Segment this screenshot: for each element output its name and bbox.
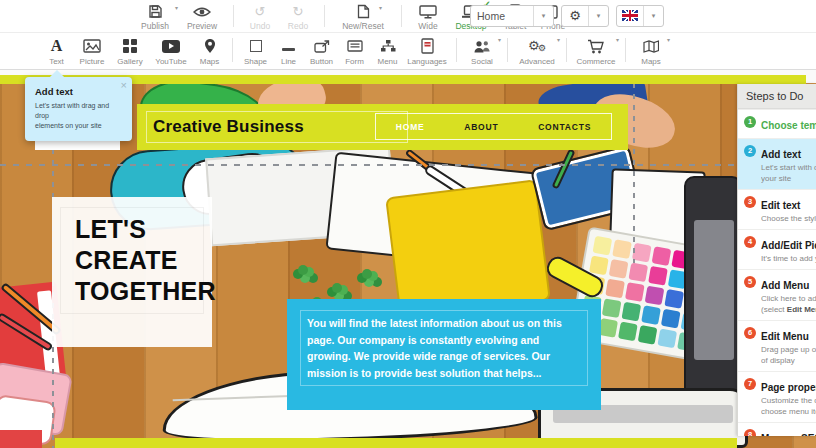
insert-line-button[interactable]: Line [272, 33, 305, 66]
step-number-badge: 3 [744, 196, 756, 208]
palette-swatch [598, 318, 618, 338]
publish-label: Publish [141, 21, 169, 31]
insert-languages-label: Languages [407, 57, 447, 66]
insert-form-label: Form [345, 57, 364, 66]
insert-advanced-label: Advanced [519, 57, 555, 66]
insert-gallery-label: Gallery [117, 57, 142, 66]
language-caret-icon[interactable]: ▾ [643, 6, 663, 26]
nav-home[interactable]: HOME [396, 122, 425, 132]
redo-icon: ↻ [293, 4, 304, 19]
insert-languages-button[interactable]: Languages [404, 33, 450, 66]
form-icon [347, 38, 363, 54]
insert-advanced-button[interactable]: ▾ ⚙⚙ Advanced [514, 33, 560, 66]
undo-icon: ↺ [255, 4, 266, 19]
main-toolbar-right-group: Home ▾ ⚙ ▾ ▾ [470, 5, 664, 27]
map-pin-icon [204, 38, 216, 54]
palette-swatch [652, 246, 672, 266]
step-add-edit-picture[interactable]: 4 Add/Edit Picture It's time to add your… [738, 229, 816, 269]
insert-gallery-button[interactable]: Gallery [111, 33, 149, 66]
step-title: Page properties [761, 382, 816, 393]
settings-caret-icon[interactable]: ▾ [588, 6, 608, 26]
preview-label: Preview [187, 21, 217, 31]
toolbar-divider [401, 5, 402, 27]
palette-swatch [618, 322, 638, 342]
palette-swatch [593, 236, 613, 256]
insert-youtube-button[interactable]: YouTube [149, 33, 193, 66]
line-icon [282, 48, 295, 51]
about-text-widget[interactable]: You will find the latest information abo… [287, 299, 601, 410]
toolbar-divider [233, 5, 234, 27]
language-button[interactable]: ▾ [616, 5, 664, 27]
site-nav-menu[interactable]: HOME ABOUT CONTACTS [375, 113, 612, 140]
step-title: Edit text [761, 200, 800, 211]
palette-swatch [661, 309, 681, 329]
site-header-widget[interactable]: Creative Business HOME ABOUT CONTACTS [137, 104, 628, 150]
insert-youtube-label: YouTube [155, 57, 186, 66]
step-number-badge: 5 [744, 276, 756, 288]
photo-red-item [0, 430, 42, 448]
page-select-caret-icon[interactable]: ▾ [533, 6, 553, 26]
step-add-text[interactable]: 2 Add text Let's start with drag and dro… [738, 138, 816, 189]
step-edit-text[interactable]: 3 Edit text Choose the style for the tex… [738, 189, 816, 229]
site-brand: Creative Business [153, 117, 304, 137]
tooltip-text: Let's start with drag and drop [35, 101, 123, 121]
insert-menu-button[interactable]: Menu [371, 33, 404, 66]
youtube-icon [162, 40, 180, 53]
undo-label: Undo [250, 21, 270, 31]
eye-icon [193, 4, 211, 19]
text-icon: A [51, 38, 63, 54]
insert-maps-button[interactable]: Maps [193, 33, 226, 66]
palette-swatch [609, 259, 629, 279]
step-add-menu[interactable]: 5 Add Menu Click here to add a new page … [738, 269, 816, 320]
step-desc: Click here to add a new page [761, 294, 816, 304]
editor-canvas: Creative Business HOME ABOUT CONTACTS LE… [0, 70, 816, 448]
insert-picture-button[interactable]: Picture [73, 33, 111, 66]
photo-plant [298, 265, 308, 275]
insert-social-button[interactable]: ▾ Social [463, 33, 501, 66]
add-text-tooltip: × Add text Let's start with drag and dro… [25, 77, 132, 141]
sitemap-icon [380, 38, 396, 54]
settings-button[interactable]: ⚙ ▾ [561, 5, 609, 27]
save-floppy-icon [148, 4, 163, 19]
insert-commerce-button[interactable]: ▾ Commerce [573, 33, 619, 66]
palette-swatch [628, 262, 648, 282]
steps-sidebar: Steps to Do 1 Choose template 2 Add text… [737, 84, 816, 436]
brand-text-widget[interactable]: Creative Business [146, 111, 408, 143]
publish-button[interactable]: ▾ Publish [132, 0, 178, 33]
guide-horizontal [0, 164, 737, 166]
insert-maps2-button[interactable]: ▾ Maps [632, 33, 670, 66]
nav-about[interactable]: ABOUT [464, 122, 498, 132]
insert-button-button[interactable]: Button [305, 33, 338, 66]
undo-button[interactable]: ↺ Undo [241, 0, 279, 33]
step-title: Add text [761, 149, 801, 160]
tooltip-close-icon[interactable]: × [121, 79, 127, 91]
insert-shape-button[interactable]: Shape [239, 33, 272, 66]
about-text: You will find the latest information abo… [300, 310, 588, 386]
step-page-properties[interactable]: 7 Page properties Customize the design o… [738, 371, 816, 422]
redo-button[interactable]: ↻ Redo [279, 0, 317, 33]
step-number-badge: 2 [744, 145, 756, 157]
app-window: ▾ Publish Preview ↺ Undo ↻ Redo [0, 0, 816, 448]
preview-button[interactable]: Preview [178, 0, 226, 33]
new-reset-button[interactable]: ▾ New/Reset [332, 0, 394, 33]
palette-swatch [648, 266, 668, 286]
languages-icon [421, 38, 434, 54]
step-title: Choose template [761, 120, 816, 131]
step-edit-menu[interactable]: 6 Edit Menu Drag page up or down to chan… [738, 320, 816, 371]
insert-maps-label: Maps [200, 57, 220, 66]
palette-swatch [641, 305, 661, 325]
advanced-caret-icon: ▾ [557, 36, 560, 43]
redo-label: Redo [288, 21, 308, 31]
guide-vertical-right [633, 83, 635, 263]
social-caret-icon: ▾ [498, 36, 501, 43]
headline-text-widget[interactable]: LET'S CREATE TOGETHER [52, 197, 212, 347]
page-select[interactable]: Home ▾ [470, 5, 554, 27]
step-choose-template[interactable]: 1 Choose template [738, 109, 816, 138]
insert-form-button[interactable]: Form [338, 33, 371, 66]
device-wide-button[interactable]: Wide [409, 0, 447, 33]
nav-contacts[interactable]: CONTACTS [538, 122, 591, 132]
gear-icon: ⚙ [562, 6, 588, 26]
new-page-icon [357, 4, 370, 19]
insert-text-button[interactable]: A Text [40, 33, 73, 66]
step-manage-seo[interactable]: 8 Manage SEO Fill title, description, ke… [738, 422, 816, 436]
